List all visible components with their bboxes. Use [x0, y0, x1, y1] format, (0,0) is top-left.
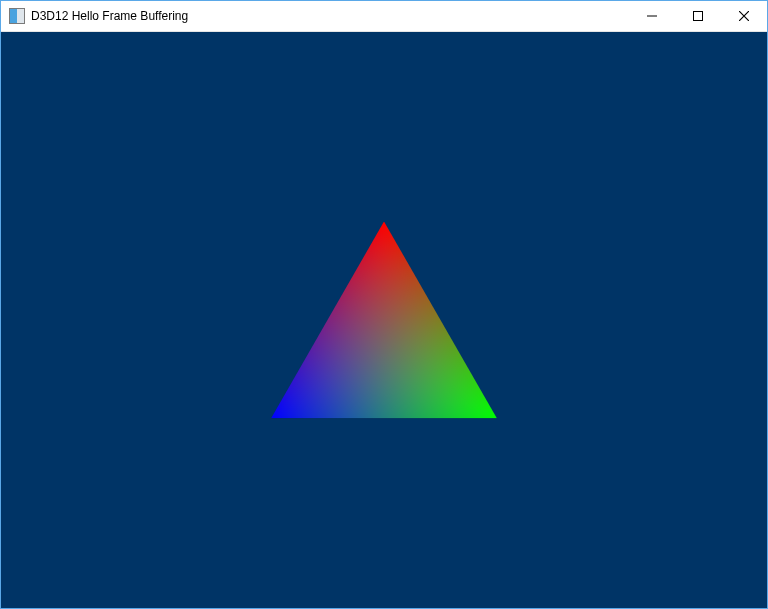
app-window: D3D12 Hello Frame Buffering	[0, 0, 768, 609]
close-icon	[739, 11, 749, 21]
maximize-button[interactable]	[675, 1, 721, 31]
svg-rect-5	[271, 222, 497, 419]
maximize-icon	[693, 11, 703, 21]
titlebar[interactable]: D3D12 Hello Frame Buffering	[1, 1, 767, 32]
svg-rect-0	[694, 12, 703, 21]
minimize-button[interactable]	[629, 1, 675, 31]
window-controls	[629, 1, 767, 31]
minimize-icon	[647, 11, 657, 21]
close-button[interactable]	[721, 1, 767, 31]
app-icon	[9, 8, 25, 24]
window-title: D3D12 Hello Frame Buffering	[31, 9, 188, 23]
render-viewport	[1, 32, 767, 608]
rgb-triangle	[271, 222, 497, 419]
